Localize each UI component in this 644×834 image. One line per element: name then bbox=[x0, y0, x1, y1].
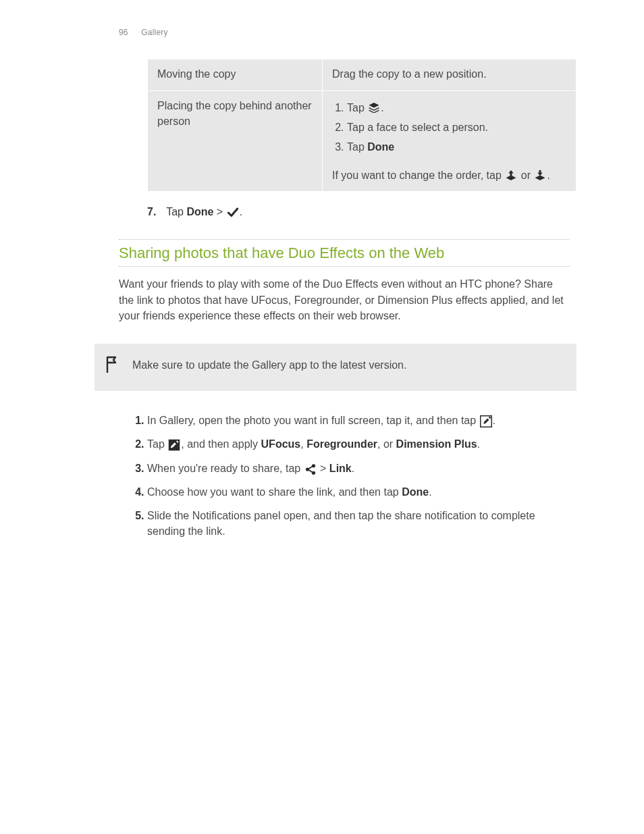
table-after-text: If you want to change the order, tap or … bbox=[332, 163, 566, 183]
header-section: Gallery bbox=[141, 28, 167, 37]
table-cell-desc: Drag the copy to a new position. bbox=[323, 59, 576, 90]
checkmark-icon bbox=[227, 207, 239, 217]
list-item: Tap a face to select a person. bbox=[347, 118, 566, 137]
flag-icon bbox=[105, 356, 120, 377]
step-number: 7. bbox=[147, 204, 163, 219]
layer-up-icon bbox=[505, 170, 517, 181]
note-card: Make sure to update the Gallery app to t… bbox=[95, 344, 576, 391]
table-row: Moving the copy Drag the copy to a new p… bbox=[148, 59, 576, 90]
list-item: In Gallery, open the photo you want in f… bbox=[147, 409, 570, 432]
list-item: Slide the Notifications panel open, and … bbox=[147, 504, 570, 543]
table-row: Placing the copy behind another person T… bbox=[148, 90, 576, 192]
section-title: Sharing photos that have Duo Effects on … bbox=[119, 239, 570, 267]
note-text: Make sure to update the Gallery app to t… bbox=[132, 357, 406, 373]
table-cell-desc: Tap . Tap a face to select a person. Tap… bbox=[323, 90, 576, 192]
layer-down-icon bbox=[534, 170, 546, 181]
action-table: Moving the copy Drag the copy to a new p… bbox=[147, 59, 576, 192]
list-item: When you're ready to share, tap > Link. bbox=[147, 457, 570, 480]
list-item: Tap . bbox=[347, 98, 566, 118]
effects-icon bbox=[168, 439, 180, 450]
table-cell-label: Placing the copy behind another person bbox=[148, 90, 323, 192]
list-item: Tap Done bbox=[347, 137, 566, 157]
layers-icon bbox=[368, 103, 380, 113]
share-icon bbox=[304, 463, 317, 474]
table-sublist: Tap . Tap a face to select a person. Tap… bbox=[332, 98, 566, 164]
table-cell-label: Moving the copy bbox=[148, 59, 323, 90]
list-item: Tap , and then apply UFocus, Foregrounde… bbox=[147, 432, 570, 456]
intro-paragraph: Want your friends to play with some of t… bbox=[119, 276, 570, 323]
list-item: Choose how you want to share the link, a… bbox=[147, 480, 570, 504]
page-number: 96 bbox=[119, 28, 128, 37]
step-7: 7. Tap Done > . bbox=[147, 204, 644, 219]
steps-list: In Gallery, open the photo you want in f… bbox=[134, 409, 570, 543]
edit-icon bbox=[480, 415, 492, 426]
page-header: 96 Gallery bbox=[0, 27, 644, 45]
